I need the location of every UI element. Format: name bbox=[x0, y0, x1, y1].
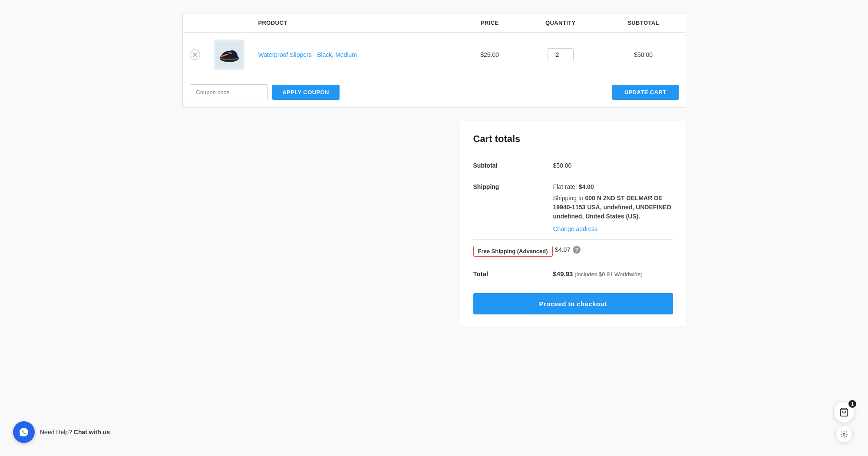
col-header-subtotal: Subtotal bbox=[601, 13, 686, 33]
update-cart-button[interactable]: Update cart bbox=[612, 85, 679, 100]
product-price: $25.00 bbox=[480, 51, 499, 58]
free-shipping-label-cell: Free Shipping (Advanced) bbox=[473, 240, 553, 263]
flat-rate-prefix: Flat rate: bbox=[553, 183, 579, 190]
free-shipping-amount: -$4.07 bbox=[553, 246, 571, 253]
help-icon[interactable]: ? bbox=[573, 246, 581, 254]
subtotal-cell: $50.00 bbox=[601, 33, 686, 77]
shipping-rate: Flat rate: $4.00 bbox=[553, 183, 673, 190]
proceed-label: Proceed to checkout bbox=[539, 300, 607, 307]
shipping-to-prefix: Shipping to bbox=[553, 195, 585, 202]
price-cell: $25.00 bbox=[459, 33, 519, 77]
quantity-cell bbox=[520, 33, 601, 77]
cart-totals-panel: Cart totals Subtotal $50.00 Shipping Fla… bbox=[460, 121, 686, 327]
apply-coupon-label: Apply coupon bbox=[283, 89, 329, 96]
free-shipping-row: Free Shipping (Advanced) -$4.07 ? bbox=[473, 240, 673, 263]
quantity-header-label: Quantity bbox=[545, 20, 576, 26]
quantity-input[interactable] bbox=[548, 48, 574, 61]
cart-totals-title: Cart totals bbox=[473, 133, 673, 145]
product-header-label: Product bbox=[258, 20, 287, 26]
shipping-row: Shipping Flat rate: $4.00 Shipping to 60… bbox=[473, 176, 673, 240]
product-name-cell: Waterproof Slippers - Black, Medium bbox=[251, 33, 460, 77]
flat-rate-value: $4.00 bbox=[579, 183, 594, 190]
product-link[interactable]: Waterproof Slippers - Black, Medium bbox=[258, 51, 357, 58]
subtotal-row: Subtotal $50.00 bbox=[473, 155, 673, 176]
free-shipping-value-wrapper: -$4.07 ? bbox=[553, 246, 673, 254]
shipping-address-info: Shipping to 600 N 2ND ST DELMAR DE 19940… bbox=[553, 194, 673, 221]
shoe-image bbox=[216, 42, 242, 68]
shipping-label: Shipping bbox=[473, 176, 553, 240]
cart-bottom: Cart totals Subtotal $50.00 Shipping Fla… bbox=[182, 121, 686, 327]
total-includes-text: includes $0.91 Worldwide bbox=[577, 271, 641, 278]
remove-cell bbox=[183, 33, 207, 77]
change-address-link[interactable]: Change address bbox=[553, 225, 598, 232]
update-cart-label: Update cart bbox=[624, 89, 667, 96]
free-shipping-value-cell: -$4.07 ? bbox=[553, 240, 673, 263]
cart-table: Product Price Quantity Subtotal bbox=[183, 13, 686, 77]
subtotal-label: Subtotal bbox=[473, 155, 553, 176]
col-header-price: Price bbox=[459, 13, 519, 33]
price-header-label: Price bbox=[481, 20, 499, 26]
col-header-image bbox=[207, 13, 251, 33]
table-row: Waterproof Slippers - Black, Medium $25.… bbox=[183, 33, 686, 77]
total-value-cell: $49.93 (includes $0.91 Worldwide) bbox=[553, 263, 673, 285]
proceed-to-checkout-button[interactable]: Proceed to checkout bbox=[473, 293, 673, 314]
total-amount: $49.93 bbox=[553, 270, 573, 278]
product-image-cell bbox=[207, 33, 251, 77]
product-subtotal: $50.00 bbox=[634, 51, 653, 58]
col-header-product: Product bbox=[251, 13, 460, 33]
coupon-code-input[interactable] bbox=[190, 84, 268, 100]
product-thumbnail bbox=[214, 40, 244, 70]
total-includes: (includes $0.91 Worldwide) bbox=[574, 271, 643, 278]
remove-item-button[interactable] bbox=[190, 50, 200, 60]
subtotal-header-label: Subtotal bbox=[627, 20, 659, 26]
shipping-details: Flat rate: $4.00 Shipping to 600 N 2ND S… bbox=[553, 176, 673, 240]
free-shipping-label: Free Shipping (Advanced) bbox=[473, 246, 553, 257]
coupon-row: Apply coupon Update cart bbox=[183, 77, 686, 108]
total-row: Total $49.93 (includes $0.91 Worldwide) bbox=[473, 263, 673, 285]
col-header-remove bbox=[183, 13, 207, 33]
total-label: Total bbox=[473, 263, 553, 285]
col-header-quantity: Quantity bbox=[520, 13, 601, 33]
x-icon bbox=[192, 52, 198, 57]
cart-table-wrapper: Product Price Quantity Subtotal bbox=[182, 13, 686, 108]
subtotal-value: $50.00 bbox=[553, 155, 673, 176]
totals-table: Subtotal $50.00 Shipping Flat rate: $4.0… bbox=[473, 155, 673, 284]
apply-coupon-button[interactable]: Apply coupon bbox=[272, 85, 340, 100]
